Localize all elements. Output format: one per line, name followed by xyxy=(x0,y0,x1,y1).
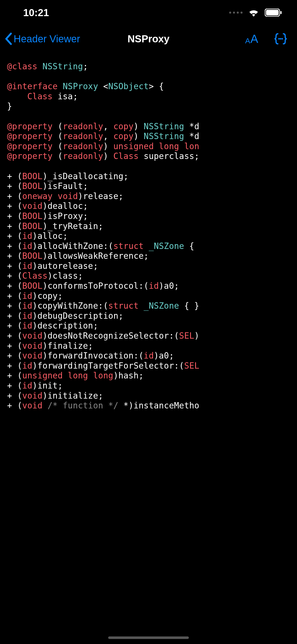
code-token: NSString xyxy=(144,121,184,131)
code-token: )initialize; xyxy=(42,391,103,401)
code-token: BOOL xyxy=(22,171,42,181)
code-token: )allowsWeakReference; xyxy=(42,251,148,261)
code-token: ) xyxy=(134,131,144,141)
source-code-view[interactable]: @class NSString; @interface NSProxy <NSO… xyxy=(0,52,297,411)
code-token: + ( xyxy=(7,261,22,271)
code-token: + ( xyxy=(7,291,22,301)
code-token: void xyxy=(22,331,42,341)
code-token: id xyxy=(22,381,32,391)
code-token: @property xyxy=(7,131,53,141)
back-button[interactable]: Header Viewer xyxy=(5,33,80,45)
svg-rect-1 xyxy=(266,10,279,15)
code-token: id xyxy=(22,361,32,371)
code-token: NSObject xyxy=(108,81,149,91)
code-token: NSProxy xyxy=(63,81,98,91)
back-label: Header Viewer xyxy=(14,33,80,45)
code-token: + ( xyxy=(7,371,22,380)
code-token: @interface xyxy=(7,81,58,91)
code-token: superclass; xyxy=(139,151,199,161)
code-token: ) xyxy=(103,141,113,151)
code-token: , xyxy=(103,121,113,131)
code-token: id xyxy=(22,301,32,311)
code-token: ) xyxy=(103,151,113,161)
code-token: copy xyxy=(113,121,133,131)
code-token: + ( xyxy=(7,221,22,231)
code-token: + ( xyxy=(7,301,22,311)
wifi-icon xyxy=(248,9,259,17)
page-title: NSProxy xyxy=(128,33,170,45)
code-token: *d xyxy=(184,121,199,131)
battery-icon xyxy=(265,9,282,17)
code-token: void xyxy=(22,341,42,351)
status-bar: 10:21 xyxy=(0,0,297,25)
code-token: )_tryRetain; xyxy=(42,221,103,231)
code-token: id xyxy=(144,351,154,361)
code-token xyxy=(58,81,63,91)
text-size-button[interactable]: AA xyxy=(245,33,258,45)
code-token: readonly xyxy=(63,141,103,151)
code-token: )alloc; xyxy=(32,231,68,241)
code-token: )doesNotRecognizeSelector:( xyxy=(42,331,179,341)
code-token: )finalize; xyxy=(42,341,93,351)
code-token: id xyxy=(22,241,32,251)
code-token xyxy=(37,61,42,71)
code-token: + ( xyxy=(7,171,22,181)
code-token: BOOL xyxy=(22,211,42,221)
code-token: )isFault; xyxy=(42,181,88,191)
status-time: 10:21 xyxy=(23,7,49,18)
code-token: Class xyxy=(22,271,47,281)
code-token: )copy; xyxy=(32,291,63,301)
code-token: + ( xyxy=(7,321,22,331)
code-token: > { xyxy=(149,81,164,91)
code-token: SEL xyxy=(184,361,199,371)
code-token: id xyxy=(22,291,32,301)
code-token: + ( xyxy=(7,201,22,211)
code-token: readonly xyxy=(63,121,103,131)
code-token: ( xyxy=(53,141,63,151)
code-token: )autorelease; xyxy=(32,261,98,271)
code-token: @property xyxy=(7,151,53,161)
code-token: < xyxy=(98,81,108,91)
code-token: _NSZone xyxy=(149,241,184,251)
code-token: { xyxy=(184,241,194,251)
code-token: readonly xyxy=(63,151,103,161)
code-token: )hash; xyxy=(113,371,143,380)
code-token: )dealloc; xyxy=(42,201,88,211)
code-token: )a0; xyxy=(154,351,174,361)
code-token: id xyxy=(149,281,159,291)
svg-point-5 xyxy=(281,38,283,40)
code-token: BOOL xyxy=(22,251,42,261)
code-token: id xyxy=(22,311,32,321)
code-token: BOOL xyxy=(22,281,42,291)
home-indicator[interactable] xyxy=(108,636,189,639)
code-token: ; xyxy=(83,61,88,71)
code-token: )isProxy; xyxy=(42,211,88,221)
code-token: + ( xyxy=(7,401,22,410)
svg-point-4 xyxy=(280,38,281,40)
code-token: *)instanceMetho xyxy=(118,401,199,410)
code-braces-button[interactable] xyxy=(273,33,288,45)
code-token: _NSZone xyxy=(144,301,179,311)
code-token: + ( xyxy=(7,271,22,281)
cellular-dots-icon xyxy=(229,12,243,14)
code-token xyxy=(139,301,144,311)
code-token: void xyxy=(22,391,42,401)
code-token: + ( xyxy=(7,181,22,191)
code-token: void xyxy=(22,201,42,211)
code-token: )class; xyxy=(48,271,83,281)
code-token: + ( xyxy=(7,241,22,251)
code-token: @property xyxy=(7,121,53,131)
code-token: + ( xyxy=(7,361,22,371)
code-token: , xyxy=(103,131,113,141)
status-indicators xyxy=(229,9,282,17)
code-token: struct xyxy=(113,241,143,251)
code-token: + ( xyxy=(7,381,22,391)
code-token: unsigned long long xyxy=(22,371,113,380)
code-token: ( xyxy=(53,121,63,131)
code-token: @property xyxy=(7,141,53,151)
code-token: unsigned long lon xyxy=(113,141,199,151)
code-token: )init; xyxy=(32,381,63,391)
code-token: BOOL xyxy=(22,181,42,191)
svg-rect-2 xyxy=(280,11,282,14)
code-token: + ( xyxy=(7,311,22,321)
